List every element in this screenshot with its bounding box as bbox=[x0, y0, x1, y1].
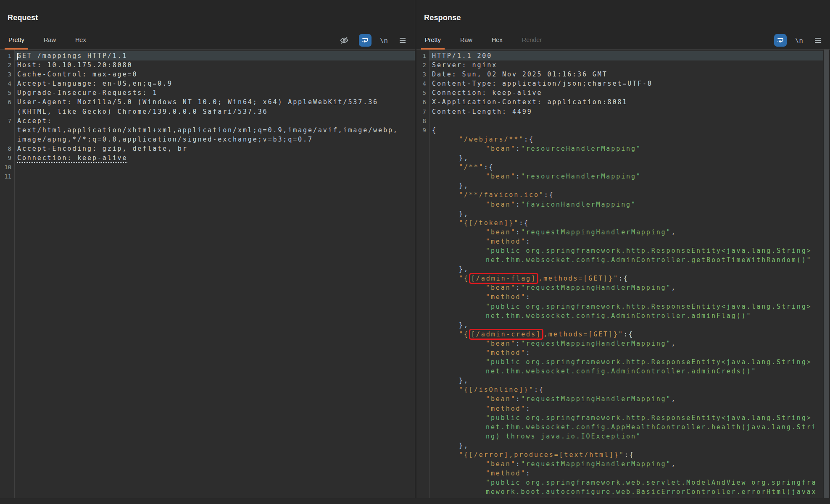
line-number bbox=[416, 302, 429, 311]
show-newlines-toggle[interactable]: \n bbox=[795, 37, 803, 45]
line-number bbox=[416, 404, 429, 413]
code-segment: "requestMappingHandlerMapping" bbox=[521, 460, 672, 468]
response-scrollbar[interactable] bbox=[824, 50, 829, 498]
line-number bbox=[416, 153, 429, 163]
code-line: "bean":"resourceHandlerMapping" bbox=[429, 172, 823, 181]
code-line bbox=[15, 163, 415, 172]
code-line: Content-Type: application/json;charset=U… bbox=[429, 79, 823, 88]
code-segment: "bean" bbox=[486, 145, 516, 152]
request-tabbar: PrettyRawHex \ bbox=[0, 32, 415, 50]
line-number: 1 bbox=[0, 51, 14, 60]
code-segment: Upgrade-Insecure-Requests: 1 bbox=[17, 89, 158, 97]
code-segment: "{ bbox=[459, 275, 469, 282]
code-line: "{[/admin-creds],methods=[GET]}":{ bbox=[429, 330, 823, 339]
code-line: Upgrade-Insecure-Requests: 1 bbox=[15, 88, 415, 97]
code-segment: Host: 10.10.175.20:8080 bbox=[17, 61, 132, 69]
code-segment: ng) throws java.io.IOException" bbox=[486, 433, 641, 440]
code-segment: "bean" bbox=[486, 173, 516, 180]
response-editor-menu-button[interactable] bbox=[812, 34, 824, 47]
code-segment: , bbox=[671, 228, 676, 236]
code-segment: X-Application-Context: application:8081 bbox=[432, 98, 627, 106]
line-number: 3 bbox=[0, 70, 14, 79]
line-number: 2 bbox=[416, 60, 429, 70]
code-line: ng) throws java.io.IOException" bbox=[429, 432, 823, 441]
code-segment: "requestMappingHandlerMapping" bbox=[521, 228, 672, 236]
underlined-text: Connection: keep-alive bbox=[17, 154, 127, 163]
code-line: "{[/isOnline]}":{ bbox=[429, 385, 823, 394]
code-segment: }, bbox=[459, 377, 469, 384]
code-line: }, bbox=[429, 320, 823, 330]
response-line-numbers: 123456789 bbox=[416, 50, 429, 498]
code-segment: : bbox=[516, 284, 521, 291]
code-line: "bean":"resourceHandlerMapping" bbox=[429, 144, 823, 153]
code-segment: }, bbox=[459, 182, 469, 189]
line-number bbox=[416, 190, 429, 200]
code-line: (KHTML, like Gecko) Chrome/139.0.0.0 Saf… bbox=[15, 107, 415, 116]
code-segment: GET /mappings HTTP/1.1 bbox=[17, 52, 127, 60]
code-segment: "requestMappingHandlerMapping" bbox=[521, 284, 672, 291]
code-segment: (KHTML, like Gecko) Chrome/139.0.0.0 Saf… bbox=[17, 108, 268, 116]
line-number: 11 bbox=[0, 172, 14, 181]
code-segment: }, bbox=[459, 321, 469, 329]
code-line: "public org.springframework.http.Respons… bbox=[429, 302, 823, 311]
code-segment: Date: Sun, 02 Nov 2025 01:16:36 GMT bbox=[432, 71, 608, 78]
code-line: { bbox=[429, 126, 823, 135]
response-tabbar: PrettyRawHexRender \n bbox=[416, 32, 830, 50]
code-line: Accept-Language: en-US,en;q=0.9 bbox=[15, 79, 415, 88]
code-line: Date: Sun, 02 Nov 2025 01:16:36 GMT bbox=[429, 70, 823, 79]
request-editor[interactable]: 1234567891011 GET /mappings HTTP/1.1Host… bbox=[0, 50, 415, 498]
code-segment: "/**/favicon.ico" bbox=[459, 191, 544, 199]
tab-hex[interactable]: Hex bbox=[70, 32, 91, 49]
line-number bbox=[0, 135, 14, 144]
code-segment: : bbox=[526, 349, 531, 357]
code-line: "{[/token]}":{ bbox=[429, 218, 823, 228]
code-line: "public org.springframework.http.Respons… bbox=[429, 413, 823, 423]
code-segment: net.thm.websocket.config.AdminController… bbox=[486, 312, 751, 320]
code-segment: ,methods=[GET]}" bbox=[538, 275, 619, 282]
line-number bbox=[416, 265, 429, 274]
code-segment: Connection: keep-alive bbox=[17, 154, 127, 162]
word-wrap-toggle[interactable] bbox=[774, 34, 787, 47]
code-segment: image/apng,*/*;q=0.8,application/signed-… bbox=[17, 136, 313, 143]
line-number bbox=[416, 330, 429, 339]
code-line: User-Agent: Mozilla/5.0 (Windows NT 10.0… bbox=[15, 97, 415, 107]
code-segment: "public org.springframework.http.Respons… bbox=[486, 358, 812, 366]
tab-hex[interactable]: Hex bbox=[487, 32, 508, 49]
request-toolbar: \n bbox=[338, 34, 409, 47]
tab-render: Render bbox=[517, 32, 547, 49]
code-line: }, bbox=[429, 209, 823, 218]
line-number bbox=[416, 441, 429, 450]
code-segment: "/**" bbox=[459, 163, 484, 171]
code-line: "bean":"requestMappingHandlerMapping", bbox=[429, 283, 823, 292]
line-number: 6 bbox=[416, 97, 429, 107]
line-number bbox=[416, 274, 429, 283]
code-segment: "bean" bbox=[486, 201, 516, 208]
response-editor[interactable]: 123456789 HTTP/1.1 200Server: nginxDate:… bbox=[416, 50, 823, 498]
tab-pretty[interactable]: Pretty bbox=[3, 32, 29, 49]
line-number bbox=[416, 423, 429, 432]
code-line: "method": bbox=[429, 237, 823, 246]
code-segment: mework.boot.autoconfigure.web.BasicError… bbox=[486, 488, 817, 496]
line-number bbox=[416, 385, 429, 394]
code-line: "method": bbox=[429, 292, 823, 302]
request-editor-menu-button[interactable] bbox=[396, 34, 409, 47]
response-toolbar: \n bbox=[774, 34, 824, 47]
code-line: Accept-Encoding: gzip, deflate, br bbox=[15, 144, 415, 153]
code-segment: : bbox=[526, 470, 531, 477]
code-segment: "public org.springframework.http.Respons… bbox=[486, 414, 812, 422]
line-number: 8 bbox=[416, 116, 429, 126]
code-line: "{[/error],produces=[text/html]}":{ bbox=[429, 450, 823, 459]
code-line: }, bbox=[429, 441, 823, 450]
code-segment: "method" bbox=[486, 470, 526, 477]
code-line: "bean":"faviconHandlerMapping" bbox=[429, 200, 823, 209]
code-segment: , bbox=[671, 284, 676, 291]
code-line: mework.boot.autoconfigure.web.BasicError… bbox=[429, 487, 823, 496]
tab-raw[interactable]: Raw bbox=[455, 32, 477, 49]
word-wrap-toggle[interactable] bbox=[359, 34, 372, 47]
tab-raw[interactable]: Raw bbox=[39, 32, 61, 49]
code-line: "public org.springframework.http.Respons… bbox=[429, 246, 823, 255]
tab-pretty[interactable]: Pretty bbox=[420, 32, 446, 49]
window-bottom-edge bbox=[0, 498, 830, 504]
show-newlines-toggle[interactable]: \n bbox=[380, 37, 388, 45]
hide-nonprintable-button[interactable] bbox=[338, 34, 350, 47]
